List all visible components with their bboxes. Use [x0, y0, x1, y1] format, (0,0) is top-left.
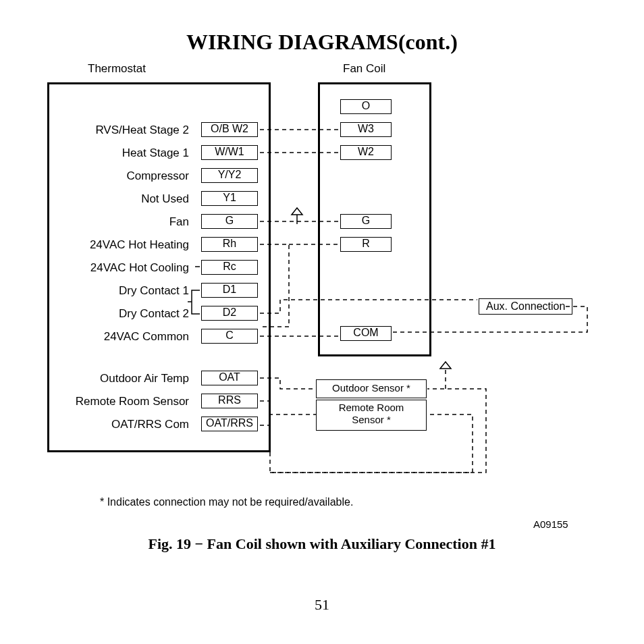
page-number: 51 — [0, 596, 644, 614]
thermo-label-10: Outdoor Air Temp — [54, 372, 189, 385]
thermo-term-0: O/B W2 — [201, 122, 258, 137]
outdoor-sensor-box: Outdoor Sensor * — [316, 379, 427, 398]
thermo-label-1: Heat Stage 1 — [54, 146, 189, 160]
thermo-term-1: W/W1 — [201, 145, 258, 160]
fancoil-term-4: R — [340, 237, 392, 252]
fancoil-term-5: COM — [340, 326, 392, 341]
remote-room-sensor-box: Remote Room Sensor * — [316, 400, 427, 431]
thermo-label-2: Compressor — [54, 169, 189, 183]
thermo-label-5: 24VAC Hot Heating — [54, 238, 189, 252]
thermo-label-9: 24VAC Common — [54, 330, 189, 344]
fancoil-term-2: W2 — [340, 145, 392, 160]
thermo-label-8: Dry Contact 2 — [54, 307, 189, 321]
aux-connection-box: Aux. Connection — [479, 298, 572, 315]
reference-number: A09155 — [533, 518, 568, 530]
thermo-label-0: RVS/Heat Stage 2 — [54, 124, 189, 137]
thermo-term-8: D2 — [201, 306, 258, 321]
thermo-label-12: OAT/RRS Com — [54, 418, 189, 431]
fancoil-term-1: W3 — [340, 122, 392, 137]
thermo-term-12: OAT/RRS — [201, 417, 258, 431]
thermo-label-7: Dry Contact 1 — [54, 284, 189, 298]
thermo-term-2: Y/Y2 — [201, 168, 258, 183]
page-title: WIRING DIAGRAMS(cont.) — [0, 30, 644, 55]
thermo-term-11: RRS — [201, 394, 258, 408]
page: WIRING DIAGRAMS(cont.) Thermostat Fan Co… — [0, 0, 644, 644]
thermo-label-6: 24VAC Hot Cooling — [54, 261, 189, 275]
thermo-term-4: G — [201, 214, 258, 229]
thermo-term-7: D1 — [201, 283, 258, 298]
thermo-term-6: Rc — [201, 260, 258, 275]
thermo-term-10: OAT — [201, 371, 258, 385]
footnote: * Indicates connection may not be requir… — [100, 496, 353, 508]
thermo-label-3: Not Used — [54, 192, 189, 206]
thermo-label-4: Fan — [54, 215, 189, 229]
figure-caption: Fig. 19 − Fan Coil shown with Auxiliary … — [0, 535, 644, 553]
fancoil-header: Fan Coil — [343, 62, 385, 76]
fancoil-term-0: O — [340, 99, 392, 114]
thermostat-header: Thermostat — [88, 62, 146, 76]
thermo-term-3: Y1 — [201, 191, 258, 206]
fancoil-term-3: G — [340, 214, 392, 229]
thermo-term-5: Rh — [201, 237, 258, 252]
thermo-term-9: C — [201, 329, 258, 344]
thermo-label-11: Remote Room Sensor — [54, 395, 189, 408]
